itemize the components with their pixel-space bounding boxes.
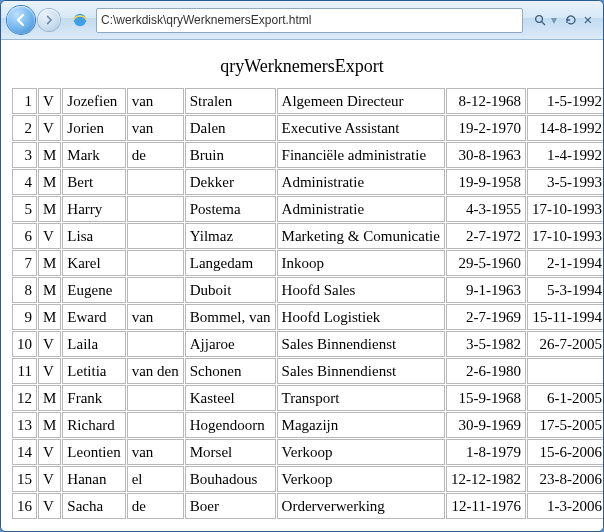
function-cell: Magazijn: [277, 412, 445, 438]
lastname-cell: Boer: [185, 493, 276, 519]
table-row: 16VSachadeBoerOrderverwerking12-11-19761…: [12, 493, 603, 519]
search-icon[interactable]: [533, 13, 547, 27]
tussenvoegsel-cell: van den: [127, 358, 184, 384]
date1-cell: 19-2-1970: [446, 115, 526, 141]
forward-button[interactable]: [38, 9, 60, 31]
date2-cell: 2-1-1994: [527, 250, 603, 276]
function-cell: Sales Binnendienst: [277, 358, 445, 384]
row-number: 3: [12, 142, 37, 168]
tussenvoegsel-cell: de: [127, 142, 184, 168]
toolbar-separator: ▾: [551, 13, 557, 27]
table-row: 14VLeontienvanMorselVerkoop1-8-197915-6-…: [12, 439, 603, 465]
firstname-cell: Bert: [62, 169, 125, 195]
gender-cell: M: [38, 196, 61, 222]
tussenvoegsel-cell: el: [127, 466, 184, 492]
browser-window: C:\werkdisk\qryWerknemersExport.html ▾ ×…: [0, 0, 604, 532]
tussenvoegsel-cell: [127, 331, 184, 357]
firstname-cell: Hanan: [62, 466, 125, 492]
stop-icon[interactable]: ×: [581, 13, 595, 27]
date1-cell: 3-5-1982: [446, 331, 526, 357]
row-number: 10: [12, 331, 37, 357]
function-cell: Executive Assistant: [277, 115, 445, 141]
gender-cell: M: [38, 412, 61, 438]
date2-cell: 5-3-1994: [527, 277, 603, 303]
gender-cell: V: [38, 115, 61, 141]
firstname-cell: Laila: [62, 331, 125, 357]
date2-cell: 14-8-1992: [527, 115, 603, 141]
tussenvoegsel-cell: [127, 277, 184, 303]
gender-cell: M: [38, 304, 61, 330]
ie-icon: [72, 12, 88, 28]
row-number: 6: [12, 223, 37, 249]
date1-cell: 8-12-1968: [446, 88, 526, 114]
date2-cell: [527, 358, 603, 384]
firstname-cell: Sacha: [62, 493, 125, 519]
function-cell: Inkoop: [277, 250, 445, 276]
gender-cell: V: [38, 466, 61, 492]
function-cell: Sales Binnendienst: [277, 331, 445, 357]
tussenvoegsel-cell: van: [127, 304, 184, 330]
lastname-cell: Schonen: [185, 358, 276, 384]
row-number: 13: [12, 412, 37, 438]
lastname-cell: Bouhadous: [185, 466, 276, 492]
date2-cell: 17-5-2005: [527, 412, 603, 438]
row-number: 12: [12, 385, 37, 411]
gender-cell: V: [38, 223, 61, 249]
lastname-cell: Stralen: [185, 88, 276, 114]
date1-cell: 12-12-1982: [446, 466, 526, 492]
date1-cell: 29-5-1960: [446, 250, 526, 276]
table-row: 1VJozefienvanStralenAlgemeen Directeur8-…: [12, 88, 603, 114]
address-text: C:\werkdisk\qryWerknemersExport.html: [101, 13, 312, 27]
firstname-cell: Jorien: [62, 115, 125, 141]
date2-cell: 15-6-2006: [527, 439, 603, 465]
function-cell: Verkoop: [277, 466, 445, 492]
table-row: 7MKarelLangedamInkoop29-5-19602-1-1994: [12, 250, 603, 276]
table-row: 3MMarkdeBruinFinanciële administratie30-…: [12, 142, 603, 168]
lastname-cell: Duboit: [185, 277, 276, 303]
row-number: 11: [12, 358, 37, 384]
date2-cell: 15-11-1994: [527, 304, 603, 330]
date2-cell: 26-7-2005: [527, 331, 603, 357]
arrow-right-icon: [44, 15, 54, 25]
date1-cell: 2-6-1980: [446, 358, 526, 384]
function-cell: Administratie: [277, 169, 445, 195]
lastname-cell: Hogendoorn: [185, 412, 276, 438]
tussenvoegsel-cell: [127, 223, 184, 249]
table-row: 2VJorienvanDalenExecutive Assistant19-2-…: [12, 115, 603, 141]
date1-cell: 15-9-1968: [446, 385, 526, 411]
firstname-cell: Harry: [62, 196, 125, 222]
firstname-cell: Eward: [62, 304, 125, 330]
firstname-cell: Frank: [62, 385, 125, 411]
date1-cell: 4-3-1955: [446, 196, 526, 222]
gender-cell: M: [38, 142, 61, 168]
table-row: 6VLisaYilmazMarketing & Comunicatie2-7-1…: [12, 223, 603, 249]
employees-table: 1VJozefienvanStralenAlgemeen Directeur8-…: [11, 87, 603, 520]
lastname-cell: Yilmaz: [185, 223, 276, 249]
function-cell: Verkoop: [277, 439, 445, 465]
gender-cell: M: [38, 385, 61, 411]
date1-cell: 2-7-1969: [446, 304, 526, 330]
refresh-icon[interactable]: [564, 13, 578, 27]
date2-cell: 6-1-2005: [527, 385, 603, 411]
row-number: 16: [12, 493, 37, 519]
table-row: 9MEwardvanBommel, vanHoofd Logistiek2-7-…: [12, 304, 603, 330]
tussenvoegsel-cell: [127, 250, 184, 276]
firstname-cell: Leontien: [62, 439, 125, 465]
function-cell: Hoofd Sales: [277, 277, 445, 303]
date2-cell: 1-4-1992: [527, 142, 603, 168]
date1-cell: 19-9-1958: [446, 169, 526, 195]
lastname-cell: Morsel: [185, 439, 276, 465]
gender-cell: V: [38, 439, 61, 465]
lastname-cell: Bommel, van: [185, 304, 276, 330]
gender-cell: M: [38, 169, 61, 195]
row-number: 7: [12, 250, 37, 276]
back-button[interactable]: [7, 6, 35, 34]
function-cell: Hoofd Logistiek: [277, 304, 445, 330]
lastname-cell: Ajjaroe: [185, 331, 276, 357]
address-bar[interactable]: C:\werkdisk\qryWerknemersExport.html: [96, 8, 523, 33]
firstname-cell: Karel: [62, 250, 125, 276]
page-title: qryWerknemersExport: [11, 56, 593, 77]
gender-cell: V: [38, 358, 61, 384]
firstname-cell: Jozefien: [62, 88, 125, 114]
date2-cell: 1-3-2006: [527, 493, 603, 519]
